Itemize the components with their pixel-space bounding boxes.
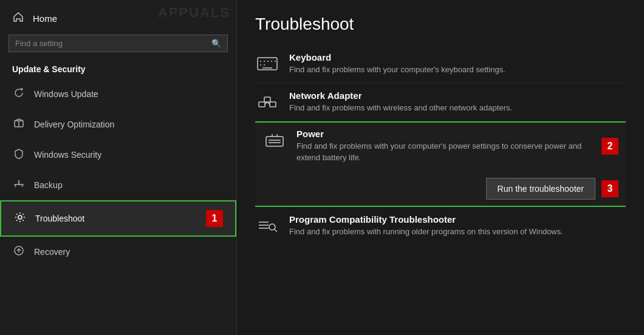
search-bar[interactable]: 🔍 — [9, 35, 228, 52]
nav-items: Windows Update Delivery Optimization Win… — [0, 79, 236, 267]
svg-rect-17 — [264, 97, 270, 102]
network-desc: Find and fix problems with wireless and … — [289, 103, 626, 113]
power-inner: Power Find and fix problems with your co… — [262, 129, 593, 163]
badge-3: 3 — [601, 180, 618, 197]
sidebar-item-label-recovery: Recovery — [34, 247, 70, 257]
sidebar-item-label-troubleshoot: Troubleshoot — [35, 214, 84, 223]
sidebar-item-label-security: Windows Security — [34, 150, 101, 160]
update-icon — [12, 87, 26, 101]
sidebar-item-windows-update[interactable]: Windows Update — [0, 79, 236, 109]
troubleshoot-icon — [13, 212, 27, 225]
power-text: Power Find and fix problems with your co… — [296, 129, 593, 163]
power-name: Power — [296, 129, 593, 139]
run-troubleshooter-row: Run the troubleshooter 3 — [262, 178, 618, 200]
keyboard-desc: Find and fix problems with your computer… — [289, 64, 626, 75]
network-icon — [255, 92, 279, 112]
compat-name: Program Compatibility Troubleshooter — [289, 214, 626, 225]
svg-line-31 — [275, 229, 277, 232]
main-content: Troubleshoot Keyboard Find and — [237, 0, 644, 335]
sidebar-item-label-windows-update: Windows Update — [34, 89, 98, 99]
delivery-icon — [12, 118, 26, 131]
shield-icon — [12, 148, 26, 161]
power-icon — [262, 130, 287, 151]
keyboard-text: Keyboard Find and fix problems with your… — [289, 52, 626, 75]
svg-point-30 — [269, 224, 275, 230]
svg-rect-18 — [270, 102, 276, 107]
compat-desc: Find and fix problems with running older… — [289, 226, 626, 237]
home-label: Home — [33, 13, 57, 24]
home-icon — [12, 11, 24, 26]
sidebar-item-recovery[interactable]: Recovery — [0, 237, 236, 267]
sidebar-item-delivery-optimization[interactable]: Delivery Optimization — [0, 109, 236, 140]
troubleshoot-list: Keyboard Find and fix problems with your… — [255, 45, 626, 245]
page-title: Troubleshoot — [255, 15, 626, 34]
power-desc: Find and fix problems with your computer… — [296, 141, 593, 163]
sidebar-item-windows-security[interactable]: Windows Security — [0, 140, 236, 170]
svg-rect-22 — [266, 137, 283, 146]
ts-item-power[interactable]: Power Find and fix problems with your co… — [255, 121, 626, 206]
section-title: Update & Security — [0, 58, 236, 79]
backup-icon — [12, 178, 26, 192]
badge-2: 2 — [601, 138, 618, 155]
ts-item-compat[interactable]: Program Compatibility Troubleshooter Fin… — [255, 207, 626, 245]
ts-item-network[interactable]: Network Adapter Find and fix problems wi… — [255, 83, 626, 121]
network-text: Network Adapter Find and fix problems wi… — [289, 90, 626, 113]
keyboard-name: Keyboard — [289, 52, 626, 63]
badge-1: 1 — [206, 210, 223, 227]
sidebar-item-troubleshoot[interactable]: Troubleshoot 1 — [0, 200, 236, 237]
sidebar: APPUALS Home 🔍 Update & Security Windows… — [0, 0, 237, 335]
search-input[interactable] — [15, 39, 211, 48]
sidebar-item-label-delivery: Delivery Optimization — [34, 120, 114, 129]
network-name: Network Adapter — [289, 90, 626, 101]
recovery-icon — [12, 245, 26, 259]
compat-text: Program Compatibility Troubleshooter Fin… — [289, 214, 626, 237]
sidebar-item-label-backup: Backup — [34, 180, 63, 190]
ts-item-keyboard[interactable]: Keyboard Find and fix problems with your… — [255, 45, 626, 83]
search-icon[interactable]: 🔍 — [211, 39, 221, 48]
svg-rect-16 — [259, 102, 265, 107]
run-troubleshooter-button[interactable]: Run the troubleshooter — [486, 178, 595, 200]
keyboard-icon — [255, 53, 279, 74]
svg-point-4 — [18, 215, 22, 219]
compat-icon — [255, 215, 279, 236]
sidebar-item-backup[interactable]: Backup — [0, 170, 236, 200]
power-row: Power Find and fix problems with your co… — [262, 129, 618, 163]
watermark-text: APPUALS — [158, 5, 230, 21]
